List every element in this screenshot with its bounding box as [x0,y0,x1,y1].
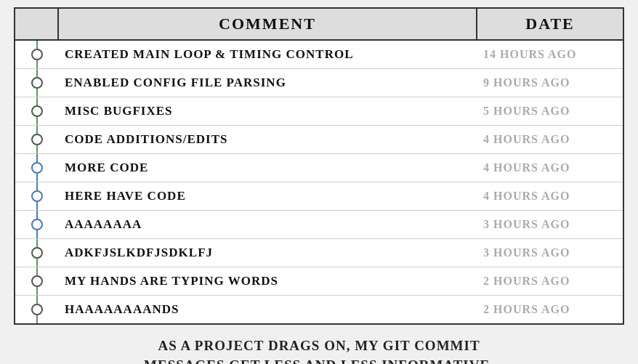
commit-dot [31,77,43,89]
commit-message: ADKFJSLKDFJSDKLFJ [59,241,477,264]
table-row: AAAAAAAA3 HOURS AGO [15,211,623,239]
table-row: HERE HAVE CODE4 HOURS AGO [15,182,623,211]
commit-dot [31,162,43,174]
commit-dot [31,247,43,259]
commit-dot [31,190,43,202]
table-row: CODE ADDITIONS/EDITS4 HOURS AGO [15,126,623,154]
commit-dot [31,134,43,145]
commit-date: 3 HOURS AGO [477,214,623,235]
commit-dot-cell [15,182,59,210]
header-comment-col: COMMENT [59,9,477,39]
table-header: COMMENT DATE [15,9,623,41]
commit-dot-cell [15,154,59,182]
commit-message: MY HANDS ARE TYPING WORDS [59,270,477,293]
commit-dot-cell [15,97,59,125]
commit-date: 5 HOURS AGO [477,100,623,122]
table-row: ADKFJSLKDFJSDKLFJ3 HOURS AGO [15,239,623,267]
header-empty-col [15,9,59,39]
main-container: COMMENT DATE CREATED MAIN LOOP & TIMING … [7,0,631,364]
commit-message: MISC BUGFIXES [59,100,477,123]
commit-date: 2 HOURS AGO [477,270,623,292]
table-row: MISC BUGFIXES5 HOURS AGO [15,97,623,126]
commit-dot [31,105,43,117]
commit-date: 14 HOURS AGO [477,44,623,65]
commit-message: ENABLED CONFIG FILE PARSING [59,71,477,94]
commit-dot [31,49,43,60]
commit-date: 4 HOURS AGO [477,185,623,207]
commit-dot [31,219,43,230]
commit-table: COMMENT DATE CREATED MAIN LOOP & TIMING … [14,7,624,325]
commit-dot-cell [15,69,59,97]
table-row: HAAAAAAAANDS2 HOURS AGO [15,296,623,323]
commit-date: 9 HOURS AGO [477,72,623,94]
commit-dot-cell [15,296,59,323]
commit-message: HERE HAVE CODE [59,185,477,208]
caption-text: AS A PROJECT DRAGS ON, MY GIT COMMITMESS… [14,333,624,364]
commit-message: HAAAAAAAANDS [59,298,477,321]
commit-dot-cell [15,267,59,295]
commit-message: CODE ADDITIONS/EDITS [59,128,477,151]
commit-dot-cell [15,211,59,238]
commit-date: 3 HOURS AGO [477,242,623,264]
commit-dot-cell [15,41,59,68]
commit-message: CREATED MAIN LOOP & TIMING CONTROL [59,43,477,66]
commit-message: MORE CODE [59,156,477,179]
table-row: MORE CODE4 HOURS AGO [15,154,623,182]
commit-dot-cell [15,126,59,153]
table-row: MY HANDS ARE TYPING WORDS2 HOURS AGO [15,267,623,296]
header-date-col: DATE [477,9,623,39]
commit-dot-cell [15,239,59,267]
commit-date: 4 HOURS AGO [477,129,623,150]
table-row: CREATED MAIN LOOP & TIMING CONTROL14 HOU… [15,41,623,69]
commit-dot [31,275,43,287]
commit-date: 4 HOURS AGO [477,157,623,179]
table-row: ENABLED CONFIG FILE PARSING9 HOURS AGO [15,69,623,97]
commit-dot [31,304,43,315]
commit-date: 2 HOURS AGO [477,299,623,320]
table-body: CREATED MAIN LOOP & TIMING CONTROL14 HOU… [15,41,623,323]
commit-message: AAAAAAAA [59,213,477,236]
